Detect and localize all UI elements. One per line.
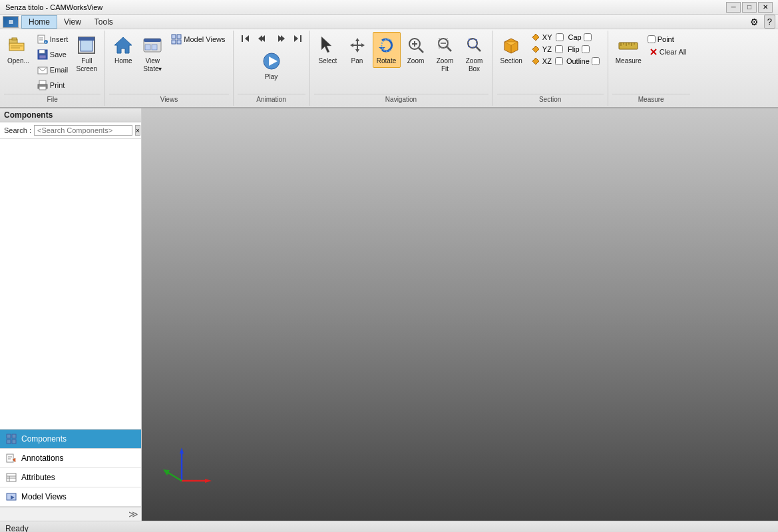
xy-checkbox-label: XY	[542, 33, 552, 41]
svg-rect-23	[145, 45, 150, 50]
fullscreen-button[interactable]: FullScreen	[73, 32, 100, 76]
measure-button[interactable]: Measure	[612, 32, 645, 68]
expand-icon[interactable]: ≫	[128, 509, 138, 519]
svg-rect-2	[9, 43, 24, 51]
help-icon[interactable]: ?	[764, 15, 775, 29]
modelviews-tab-icon	[5, 491, 17, 503]
close-button[interactable]: ✕	[758, 2, 773, 13]
search-clear-button[interactable]: ×	[135, 125, 140, 136]
settings-icon[interactable]: ⚙	[747, 15, 761, 29]
insert-icon: +	[37, 34, 48, 45]
sidebar: Components Search : × Components Annotat…	[0, 108, 142, 521]
svg-rect-67	[7, 434, 11, 438]
search-input[interactable]	[34, 125, 132, 136]
svg-rect-16	[39, 86, 46, 90]
anim-first-button[interactable]	[238, 32, 254, 45]
home-label: Home	[114, 57, 132, 65]
menu-home[interactable]: Home	[21, 15, 57, 29]
svg-rect-68	[12, 434, 16, 438]
sidebar-tab-modelviews[interactable]: Model Views	[0, 487, 141, 507]
ribbon-group-section: Section XY Cap YZ	[493, 31, 608, 106]
zoomfit-button[interactable]: ZoomFit	[431, 32, 459, 76]
svg-rect-29	[242, 35, 243, 42]
play-label: Play	[265, 73, 278, 81]
viewport[interactable]	[142, 108, 778, 521]
minimize-button[interactable]: ─	[726, 2, 741, 13]
svg-rect-28	[177, 40, 181, 44]
insert-button[interactable]: + Insert	[34, 32, 72, 47]
cap-checkbox[interactable]	[584, 33, 592, 41]
point-checkbox[interactable]	[648, 35, 656, 43]
print-icon	[37, 80, 48, 90]
print-button[interactable]: Print	[34, 78, 72, 92]
viewstate-button[interactable]: ViewState▾	[138, 32, 166, 76]
print-label: Print	[50, 81, 65, 89]
section-button[interactable]: Section	[497, 32, 526, 68]
clearall-button[interactable]: Clear All	[646, 46, 690, 58]
home-icon	[112, 35, 134, 56]
attributes-tab-icon	[5, 471, 17, 483]
maximize-button[interactable]: □	[742, 2, 757, 13]
home-button[interactable]: Home	[109, 32, 137, 68]
sidebar-tab-components[interactable]: Components	[0, 430, 141, 449]
status-text: Ready	[5, 524, 29, 533]
open-label: Open...	[7, 57, 29, 65]
svg-rect-1	[12, 38, 17, 40]
ribbon-group-animation: Play Animation	[234, 31, 310, 106]
anim-last-button[interactable]	[290, 32, 305, 45]
svg-rect-69	[7, 440, 11, 444]
xy-checkbox-row[interactable]: XY Cap	[530, 32, 601, 43]
anim-prev-button[interactable]	[255, 32, 271, 45]
rotate-button[interactable]: Rotate	[373, 32, 401, 68]
animation-group-label: Animation	[238, 94, 305, 104]
sidebar-tab-attributes[interactable]: Attributes	[0, 468, 141, 487]
yz-checkbox[interactable]	[555, 45, 563, 53]
svg-rect-27	[172, 40, 176, 44]
save-icon	[37, 49, 48, 60]
xy-checkbox[interactable]	[556, 33, 564, 41]
modelviews-tab-label: Model Views	[21, 492, 67, 501]
email-button[interactable]: Email	[34, 63, 72, 77]
svg-marker-32	[258, 35, 262, 42]
section-group-label: Section	[497, 94, 604, 104]
anim-next-button[interactable]	[272, 32, 288, 45]
select-button[interactable]: Select	[314, 32, 342, 68]
play-button[interactable]: Play	[255, 48, 288, 84]
yz-checkbox-row[interactable]: YZ Flip	[530, 44, 601, 55]
pan-button[interactable]: Pan	[343, 32, 371, 68]
zoom-button[interactable]: Zoom	[402, 32, 430, 68]
sidebar-content	[0, 139, 141, 429]
insert-label: Insert	[50, 35, 69, 43]
zoom-icon	[405, 35, 427, 56]
menu-tools[interactable]: Tools	[88, 15, 120, 29]
play-icon	[261, 51, 282, 72]
menubar: ▤ Home View Tools ⚙ ?	[0, 15, 778, 29]
yz-icon	[531, 45, 540, 54]
app-logo: ▤	[3, 16, 19, 28]
measure-icon	[618, 35, 639, 56]
measure-label: Measure	[616, 57, 642, 65]
point-checkbox-row[interactable]: Point	[646, 35, 690, 44]
svg-marker-84	[205, 479, 212, 483]
open-button[interactable]: Open...	[4, 32, 33, 68]
flip-checkbox[interactable]	[582, 45, 590, 53]
section-icon	[500, 35, 522, 56]
svg-rect-24	[152, 45, 157, 50]
svg-marker-39	[321, 37, 331, 53]
svg-marker-20	[114, 37, 132, 53]
components-tab-icon	[5, 433, 17, 445]
menu-view[interactable]: View	[57, 15, 88, 29]
sidebar-tab-annotations[interactable]: Annotations	[0, 449, 141, 468]
zoombox-button[interactable]: ZoomBox	[461, 32, 488, 76]
svg-rect-71	[7, 454, 13, 462]
xz-checkbox[interactable]	[555, 57, 563, 65]
statusbar: Ready	[0, 521, 778, 532]
xz-icon	[531, 57, 540, 66]
main-area: Components Search : × Components Annotat…	[0, 108, 778, 521]
modelviews-button[interactable]: Model Views	[168, 32, 228, 47]
xz-checkbox-row[interactable]: XZ Outline	[530, 56, 601, 66]
outline-checkbox[interactable]	[592, 57, 600, 65]
animation-nav-controls	[238, 32, 305, 45]
svg-rect-70	[12, 440, 16, 444]
save-button[interactable]: Save	[34, 47, 72, 62]
